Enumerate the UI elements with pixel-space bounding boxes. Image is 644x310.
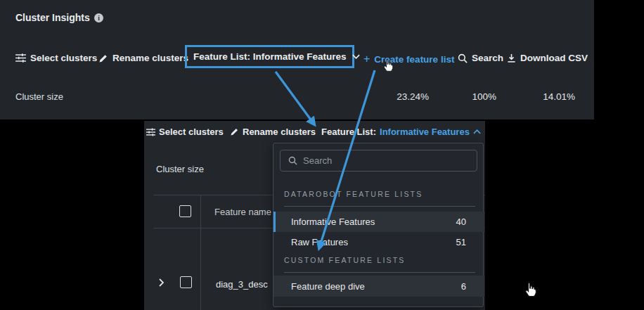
info-icon[interactable]: i [94,13,103,22]
section-divider [284,272,475,273]
cluster-size-row-label: Cluster size [15,91,63,102]
cluster-size-row-label: Cluster size [156,164,204,174]
menu-item-raw-features[interactable]: Raw Features 51 [273,232,484,252]
feature-list-search[interactable] [280,150,477,172]
select-all-checkbox[interactable] [179,205,191,217]
rename-clusters-label: Rename clusters [112,53,188,63]
select-clusters-button[interactable]: Select clusters [15,53,97,63]
rename-clusters-label: Rename clusters [243,127,316,137]
menu-item-feature-deep-dive[interactable]: Feature deep dive 6 [273,276,484,297]
feature-list-prefix: Feature List: [321,127,376,137]
search-input[interactable] [303,155,469,166]
menu-item-label: Feature deep dive [291,281,365,292]
screenshot-stage: Cluster Insights i Select clusters Renam… [0,0,644,310]
cluster-size-value-3: 14.01% [526,91,575,102]
select-clusters-label: Select clusters [159,127,224,137]
sliders-icon [15,53,26,63]
chevron-up-icon [473,129,481,134]
cluster-size-value-1: 23.24% [380,91,429,102]
rename-clusters-button[interactable]: Rename clusters [98,53,188,63]
download-csv-label: Download CSV [520,53,588,63]
feature-count-badge: 40 [456,217,466,227]
feature-list-value: Informative Features [380,127,470,137]
feature-count-badge: 51 [456,237,466,247]
section-divider [284,206,475,207]
table-column-divider [200,195,201,310]
download-csv-button[interactable]: Download CSV [507,53,588,63]
select-clusters-button[interactable]: Select clusters [146,127,224,137]
table-row-feature-name: diag_3_desc [216,279,268,290]
download-icon [507,53,516,63]
chevron-right-icon[interactable] [159,278,164,287]
create-feature-list-button[interactable]: + Create feature list [363,53,454,65]
row-checkbox[interactable] [180,276,192,288]
pencil-icon [98,53,108,63]
feature-list-dropdown-button[interactable]: Feature List: Informative Features [321,127,481,137]
rename-clusters-button[interactable]: Rename clusters [230,127,316,137]
feature-name-column-header: Feature name [214,207,271,217]
page-title: Cluster Insights [15,12,90,23]
pencil-icon [230,127,239,136]
search-icon [458,53,468,63]
search-label: Search [472,53,503,63]
menu-item-informative-features[interactable]: Informative Features 40 [273,212,484,232]
search-button[interactable]: Search [458,53,503,63]
plus-icon: + [363,53,370,65]
select-clusters-label: Select clusters [30,53,97,63]
chevron-down-icon [352,54,360,59]
feature-list-label: Feature List: Informative Features [193,51,347,62]
sliders-icon [146,128,155,136]
feature-list-dropdown-button[interactable]: Feature List: Informative Features [185,45,354,68]
cluster-size-value-2: 100% [454,91,496,102]
menu-item-label: Informative Features [291,217,375,227]
feature-list-dropdown-menu: DATAROBOT FEATURE LISTS Informative Feat… [273,143,484,307]
create-feature-list-label: Create feature list [374,54,454,65]
section-header-custom-lists: CUSTOM FEATURE LISTS [284,256,406,264]
feature-count-badge: 6 [461,281,466,292]
search-icon [288,156,297,165]
cluster-insights-panel: Cluster Insights i Select clusters Renam… [0,0,594,120]
hand-pointer-cursor [523,281,538,299]
section-header-datarobot-lists: DATAROBOT FEATURE LISTS [284,190,423,198]
menu-item-label: Raw Features [291,237,348,247]
